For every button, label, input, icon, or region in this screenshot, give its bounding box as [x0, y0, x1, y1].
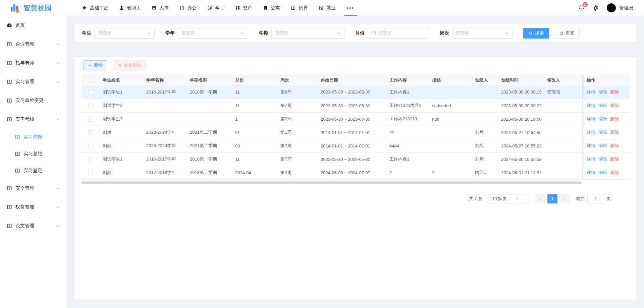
book-icon: [7, 98, 12, 103]
action-edit[interactable]: 编辑: [598, 103, 607, 108]
sidebar-item-7[interactable]: 权益管理: [0, 198, 67, 217]
row-checkbox[interactable]: [88, 157, 93, 162]
nav-item-4[interactable]: 学工: [202, 0, 230, 16]
select-all-checkbox[interactable]: [88, 78, 93, 82]
gear-icon[interactable]: [593, 5, 599, 11]
sidebar-item-4[interactable]: 实习单位变更: [0, 91, 67, 110]
table-cell: 2018第一学期: [187, 85, 232, 99]
sidebar-item-6[interactable]: 安全管理: [0, 179, 67, 198]
table-cell: 11: [232, 99, 278, 112]
table-cell: 第2周: [278, 139, 318, 152]
table-cell: [429, 85, 472, 99]
goto-label: 前往: [576, 196, 585, 202]
action-edit[interactable]: 编辑: [598, 130, 607, 135]
horizontal-scrollbar: [81, 181, 630, 184]
nav-item-9[interactable]: •••: [341, 0, 360, 16]
sidebar-item-5-0[interactable]: 实习周报: [0, 129, 67, 145]
action-delete[interactable]: 删除: [610, 170, 619, 175]
sidebar-item-3[interactable]: 实习管理: [0, 72, 67, 91]
nav-item-6[interactable]: 公寓: [258, 0, 285, 16]
chevron-down-icon: [56, 205, 60, 209]
reset-button[interactable]: 重置: [554, 28, 580, 39]
batch-delete-button[interactable]: 批量删除: [113, 60, 146, 70]
nav-item-7[interactable]: 德育: [285, 0, 313, 16]
notifications-button[interactable]: 1: [578, 4, 585, 12]
table-cell: 2023-05-30 20:18:00: [498, 112, 544, 126]
filter-month: 月份 请选择: [355, 28, 429, 39]
action-edit[interactable]: 编辑: [598, 170, 607, 175]
row-checkbox[interactable]: [88, 144, 93, 148]
nav-item-label: •••: [346, 5, 355, 11]
action-delete[interactable]: 删除: [610, 103, 619, 108]
nav-item-3[interactable]: 办公: [174, 0, 202, 16]
row-checkbox[interactable]: [88, 171, 93, 175]
user-menu[interactable]: 管理员: [607, 3, 633, 12]
action-delete[interactable]: 删除: [610, 157, 619, 162]
action-detail[interactable]: 详情: [587, 130, 595, 135]
next-page-button[interactable]: [559, 194, 570, 203]
row-checkbox[interactable]: [88, 90, 93, 95]
row-actions: 详情编辑删除: [582, 126, 630, 139]
action-edit[interactable]: 编辑: [598, 116, 607, 121]
action-detail[interactable]: 详情: [587, 116, 595, 121]
topbar-right: 1 管理员: [578, 3, 644, 12]
book-icon: [15, 134, 20, 140]
sidebar-item-5-1[interactable]: 实习总结: [0, 145, 67, 162]
table-cell: 工作内213213...: [387, 112, 429, 126]
student-select[interactable]: 请选择: [94, 28, 155, 39]
sidebar-item-label: 实习总结: [23, 151, 42, 157]
nav-item-2[interactable]: 人事: [146, 0, 174, 16]
action-detail[interactable]: 详情: [587, 143, 595, 148]
search-button[interactable]: 搜索: [523, 28, 549, 39]
action-edit[interactable]: 编辑: [598, 143, 607, 148]
apartment-icon: [263, 5, 268, 10]
action-detail[interactable]: 详情: [587, 103, 595, 108]
row-checkbox[interactable]: [88, 117, 93, 122]
filter-label: 学期: [259, 30, 268, 36]
row-checkbox[interactable]: [88, 104, 93, 108]
action-detail[interactable]: 详情: [587, 89, 595, 95]
action-detail[interactable]: 详情: [587, 170, 595, 175]
table-cell: 2024-05-27 10:55:23: [498, 139, 544, 152]
sidebar-item-2[interactable]: 指导老师: [0, 54, 67, 72]
sidebar-item-8[interactable]: 论文管理: [0, 217, 67, 235]
semester-select[interactable]: 请选择: [271, 28, 344, 39]
action-delete[interactable]: 删除: [610, 116, 619, 121]
sidebar-item-0[interactable]: 首页: [0, 16, 67, 35]
table-cell: 刘然: [100, 139, 144, 152]
horizontal-scrollbar-thumb[interactable]: [81, 181, 582, 184]
action-edit[interactable]: 编辑: [598, 89, 607, 95]
nav-item-0[interactable]: 基础平台: [76, 0, 114, 16]
table-cell: 11: [232, 152, 278, 166]
page-size-select[interactable]: 10条/页: [488, 194, 529, 203]
column-header-7: 描述: [429, 74, 472, 85]
logo-icon: [10, 3, 20, 13]
week-select[interactable]: 请选择: [452, 28, 513, 39]
action-delete[interactable]: 删除: [610, 89, 619, 95]
sidebar-item-label: 首页: [15, 22, 25, 28]
nav-item-label: 就业: [326, 5, 336, 11]
nav-item-8[interactable]: 就业: [313, 0, 341, 16]
nav-item-5[interactable]: 资产: [230, 0, 258, 16]
row-checkbox[interactable]: [88, 130, 93, 135]
goto-page-input[interactable]: [587, 194, 604, 203]
asset-icon: [235, 5, 240, 10]
dashboard-icon: [7, 23, 12, 28]
moral-icon: [291, 5, 296, 10]
nav-item-1[interactable]: 教职工: [114, 0, 146, 16]
page-number-1[interactable]: 1: [547, 194, 557, 203]
sidebar-item-1[interactable]: 企业管理: [0, 35, 67, 54]
chevron-down-icon: [505, 31, 509, 35]
school-year-select[interactable]: 请选择: [178, 28, 248, 39]
add-button[interactable]: 新增: [83, 60, 107, 70]
action-edit[interactable]: 编辑: [598, 157, 607, 162]
app-logo[interactable]: 智慧校园: [0, 3, 71, 13]
action-detail[interactable]: 详情: [587, 157, 595, 162]
sidebar-item-5[interactable]: 实习考核: [0, 110, 67, 129]
prev-page-button[interactable]: [535, 194, 545, 203]
table-row-5: 测试学生12016-2017学年2018第一学期11第7周2023-05-30 …: [81, 152, 630, 166]
action-delete[interactable]: 删除: [610, 130, 619, 135]
action-delete[interactable]: 删除: [610, 143, 619, 148]
sidebar-item-5-2[interactable]: 实习鉴定: [0, 162, 67, 179]
month-date-picker[interactable]: 请选择: [368, 28, 429, 39]
